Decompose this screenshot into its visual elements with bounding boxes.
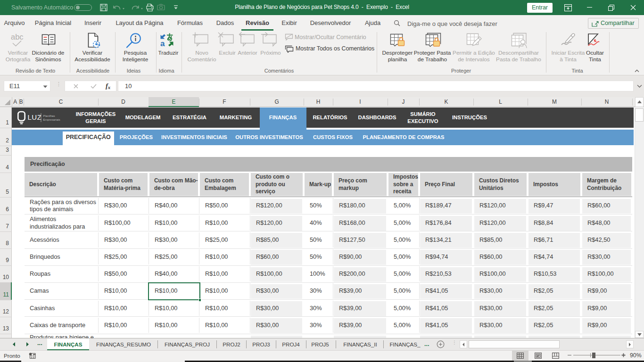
svg-text:a: a bbox=[160, 39, 165, 48]
svg-text:LUZ: LUZ bbox=[28, 113, 42, 121]
svg-text:Planilhas: Planilhas bbox=[43, 114, 55, 117]
svg-text:Empresariais: Empresariais bbox=[43, 118, 60, 121]
